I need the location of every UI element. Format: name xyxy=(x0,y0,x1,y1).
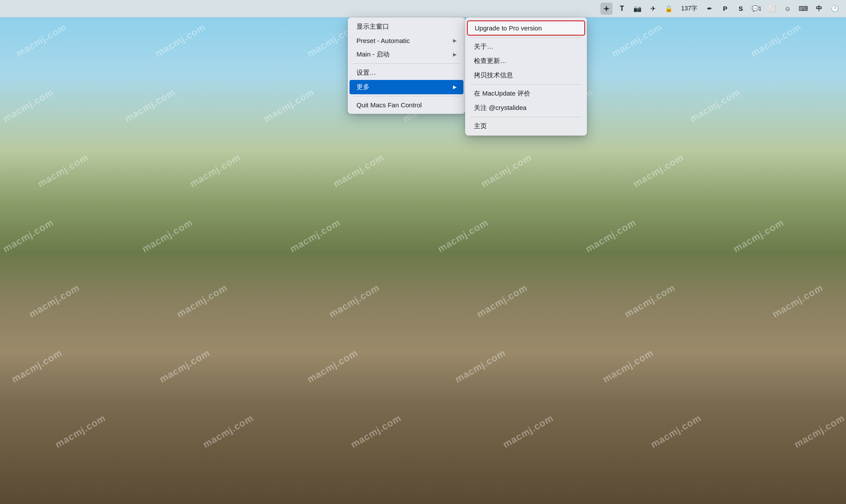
hook-icon[interactable]: P xyxy=(719,3,731,15)
char-count: 137字 xyxy=(679,4,700,13)
submenu-arrow-icon: ▶ xyxy=(453,52,456,57)
menu-item-label: 显示主窗口 xyxy=(356,23,389,31)
menu-item-label: 设置… xyxy=(356,69,376,77)
submenu-arrow-icon: ▶ xyxy=(453,84,456,90)
submenu-arrow-icon: ▶ xyxy=(453,38,456,43)
submenu-item-homepage[interactable]: 主页 xyxy=(467,119,585,133)
menu-item-label: Preset - Automatic xyxy=(356,37,410,44)
dollar-icon[interactable]: S xyxy=(735,3,747,15)
submenu-item-check-update[interactable]: 检查更新… xyxy=(467,54,585,68)
menu-item-preset[interactable]: Preset - Automatic▶ xyxy=(350,34,463,47)
menu-item-main-auto[interactable]: Main - 启动▶ xyxy=(350,47,463,62)
submenu-item-upgrade[interactable]: Upgrade to Pro version xyxy=(467,20,585,36)
submenu-item-about[interactable]: 关于… xyxy=(467,40,585,54)
lang-icon[interactable]: 中 xyxy=(813,3,825,15)
menu-separator xyxy=(353,63,460,64)
submenu-more: Upgrade to Pro version关于…检查更新…拷贝技术信息在 Ma… xyxy=(465,17,587,136)
menu-item-settings[interactable]: 设置… xyxy=(350,66,463,80)
submenu-item-macupdate-review[interactable]: 在 MacUpdate 评价 xyxy=(467,86,585,101)
menu-separator xyxy=(353,96,460,96)
chat-icon[interactable]: 💬1 xyxy=(750,3,763,15)
pen-icon[interactable]: ✒ xyxy=(703,3,716,15)
submenu-separator xyxy=(470,84,582,85)
fans-icon[interactable] xyxy=(600,3,613,15)
menu-item-show-window[interactable]: 显示主窗口 xyxy=(350,20,463,34)
window-icon[interactable]: ⬜ xyxy=(766,3,778,15)
password-icon[interactable]: 🔒 xyxy=(663,3,675,15)
menu-item-quit[interactable]: Quit Macs Fan Control xyxy=(350,98,463,112)
menubar-right: T 📷 ✈ 🔒 137字 ✒ P S 💬1 ⬜ ☺ ⌨ xyxy=(600,3,841,15)
submenu-separator xyxy=(470,37,582,38)
text-icon[interactable]: T xyxy=(616,3,628,15)
emoji-icon[interactable]: ☺ xyxy=(782,3,794,15)
main-dropdown-menu: 显示主窗口Preset - Automatic▶Main - 启动▶设置…更多▶… xyxy=(348,17,465,114)
menu-item-label: Main - 启动 xyxy=(356,50,390,59)
submenu-separator xyxy=(470,117,582,117)
menubar: T 📷 ✈ 🔒 137字 ✒ P S 💬1 ⬜ ☺ ⌨ xyxy=(0,0,846,17)
send-icon[interactable]: ✈ xyxy=(647,3,659,15)
keyboard-icon[interactable]: ⌨ xyxy=(797,3,809,15)
submenu-item-follow[interactable]: 关注 @crystalidea xyxy=(467,101,585,115)
camera-icon[interactable]: 📷 xyxy=(632,3,644,15)
menu-item-label: 更多 xyxy=(356,83,370,91)
submenu-item-copy-tech[interactable]: 拷贝技术信息 xyxy=(467,68,585,83)
history-icon[interactable]: 🕐 xyxy=(829,3,841,15)
menu-item-more[interactable]: 更多▶ xyxy=(350,80,463,94)
menu-item-label: Quit Macs Fan Control xyxy=(356,101,422,109)
